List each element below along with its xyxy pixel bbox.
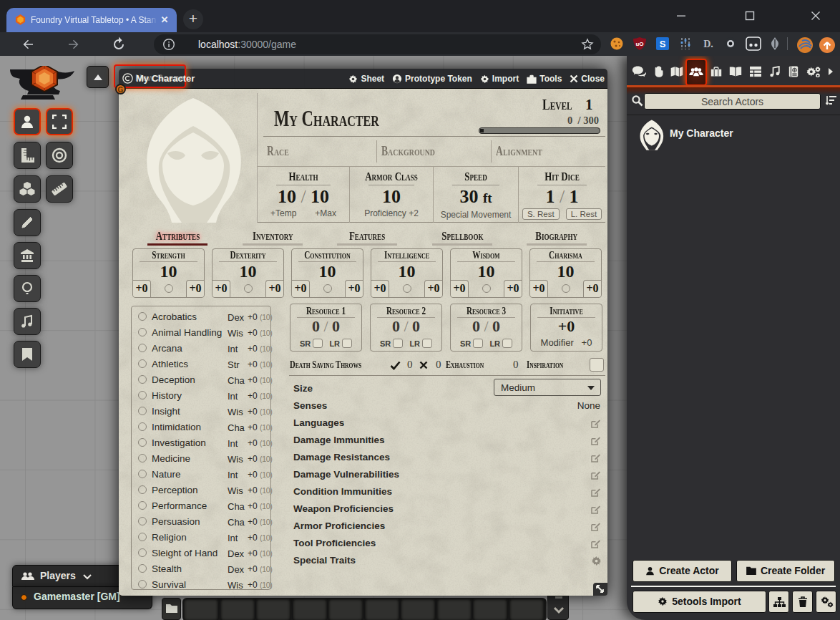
svg-text:D.: D. <box>703 39 713 49</box>
svg-text:uO: uO <box>635 41 643 47</box>
svg-text:S: S <box>660 39 666 49</box>
